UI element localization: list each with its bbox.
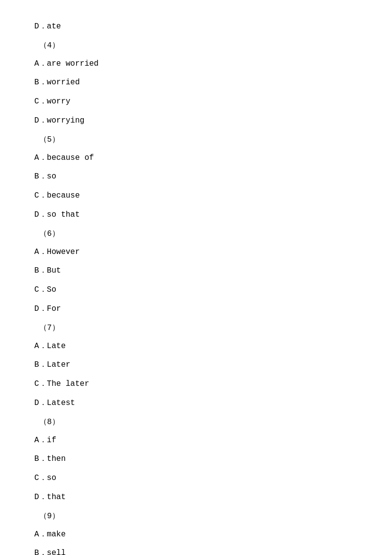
page-content: D．ate（4）A．are worriedB．worriedC．worryD．w… (0, 0, 392, 555)
option-line: C．The later (34, 377, 358, 391)
option-line: A．because of (34, 151, 358, 165)
section-number: （7） (39, 321, 358, 335)
option-line: D．ate (34, 20, 358, 34)
section-number: （8） (39, 415, 358, 429)
option-line: B．Later (34, 358, 358, 372)
option-line: B．But (34, 264, 358, 278)
option-line: B．then (34, 452, 358, 466)
option-line: A．However (34, 245, 358, 259)
section-number: （9） (39, 509, 358, 524)
option-line: C．So (34, 283, 358, 297)
option-line: A．Late (34, 339, 358, 353)
section-number: （5） (39, 133, 358, 147)
option-line: A．make (34, 528, 358, 542)
option-line: B．sell (34, 546, 358, 555)
option-line: D．that (34, 490, 358, 505)
option-line: D．worrying (34, 114, 358, 128)
option-line: C．so (34, 471, 358, 485)
option-line: A．if (34, 433, 358, 448)
option-line: B．worried (34, 76, 358, 90)
section-number: （6） (39, 227, 358, 241)
option-line: D．so that (34, 208, 358, 222)
option-line: C．worry (34, 95, 358, 109)
option-line: D．For (34, 302, 358, 316)
option-line: C．because (34, 189, 358, 203)
option-line: B．so (34, 170, 358, 184)
option-line: D．Latest (34, 396, 358, 410)
section-number: （4） (39, 39, 358, 53)
option-line: A．are worried (34, 57, 358, 71)
